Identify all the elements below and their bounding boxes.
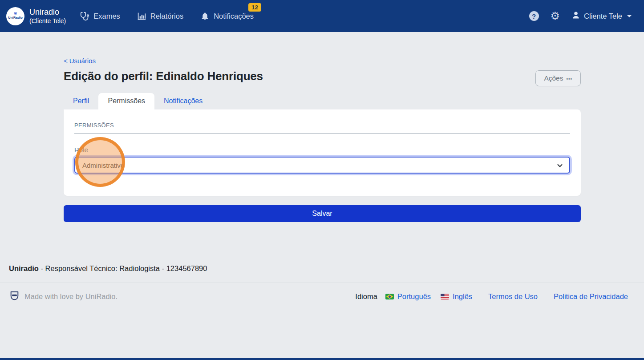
org-details: - Responsável Técnico: Radiologista - 12… (39, 264, 207, 272)
bottom-spacer (0, 303, 644, 358)
bottom-strip (0, 358, 644, 360)
main-content: <Usuários Edição do perfil: Edinaldo Hen… (0, 32, 644, 222)
tab-permissoes[interactable]: Permissões (98, 93, 154, 109)
profile-tabs: Perfil Permissões Notificações (64, 93, 581, 109)
gear-icon[interactable]: ⚙ (551, 11, 560, 21)
uniradio-shield-icon (9, 290, 20, 303)
stethoscope-icon (80, 12, 89, 21)
nav-item-exames[interactable]: Exames (80, 12, 120, 21)
section-divider (74, 133, 570, 134)
main-nav: Exames Relatórios Notific (80, 12, 254, 21)
brand[interactable]: ⛨ UniRadio Uniradio (Cliente Tele) (6, 7, 66, 25)
us-flag-icon (441, 294, 449, 299)
ellipsis-icon: ••• (566, 77, 572, 81)
back-chevron-icon: < (64, 57, 68, 65)
footer: Uniradio - Responsável Técnico: Radiolog… (0, 222, 644, 303)
language-label: Idioma (355, 292, 377, 301)
terms-link[interactable]: Termos de Uso (488, 292, 538, 301)
tab-notificacoes[interactable]: Notificações (154, 93, 212, 109)
bar-chart-icon (137, 12, 146, 21)
nav-label-relatorios: Relatórios (150, 12, 183, 20)
role-select-value: Administrativo (82, 162, 124, 169)
brand-name: Uniradio (29, 7, 66, 17)
nav-item-notificacoes[interactable]: Notificações 12 (200, 12, 254, 21)
made-with-text: Made with love by UniRadio. (24, 292, 117, 301)
brand-text: Uniradio (Cliente Tele) (29, 7, 66, 25)
role-label: Role (74, 146, 570, 154)
tab-perfil[interactable]: Perfil (64, 93, 98, 109)
section-title: PERMISSÕES (74, 122, 570, 133)
breadcrumb-label: Usuários (69, 57, 96, 65)
nav-item-relatorios[interactable]: Relatórios (137, 12, 183, 21)
logo-text: UniRadio (8, 16, 23, 20)
breadcrumb[interactable]: <Usuários (64, 57, 581, 65)
uniradio-logo: ⛨ UniRadio (6, 7, 24, 25)
bell-icon (200, 12, 210, 21)
top-navbar: ⛨ UniRadio Uniradio (Cliente Tele) Exame… (0, 0, 644, 32)
chevron-down-icon (627, 15, 632, 17)
select-chevron-down-icon (556, 162, 563, 170)
user-label: Cliente Tele (584, 12, 622, 20)
brand-subtitle: (Cliente Tele) (29, 17, 66, 25)
user-icon (571, 11, 580, 21)
permissions-card: PERMISSÕES Role Administrativo (64, 109, 581, 196)
brazil-flag-icon (385, 294, 394, 299)
role-select[interactable]: Administrativo (74, 157, 570, 174)
nav-label-notificacoes: Notificações (214, 12, 254, 20)
actions-button-label: Ações (544, 74, 563, 82)
language-portugues[interactable]: Português (385, 292, 431, 301)
nav-label-exames: Exames (93, 12, 120, 20)
page-title: Edição do perfil: Edinaldo Henriques (64, 69, 263, 83)
language-ingles-label: Inglês (453, 292, 472, 301)
footer-links: Idioma Português Inglês (355, 292, 628, 301)
privacy-link[interactable]: Politica de Privacidade (554, 292, 628, 301)
language-ingles[interactable]: Inglês (441, 292, 472, 301)
help-icon[interactable]: ? (529, 11, 539, 21)
actions-button[interactable]: Ações ••• (535, 70, 581, 86)
save-button[interactable]: Salvar (64, 205, 581, 222)
user-menu[interactable]: Cliente Tele (571, 11, 632, 21)
language-portugues-label: Português (397, 292, 431, 301)
org-name: Uniradio (9, 264, 39, 272)
navbar-right: ? ⚙ Cliente Tele (529, 11, 632, 21)
org-info-line: Uniradio - Responsável Técnico: Radiolog… (9, 264, 644, 273)
notification-count-badge[interactable]: 12 (248, 3, 261, 12)
made-with: Made with love by UniRadio. (9, 290, 117, 303)
